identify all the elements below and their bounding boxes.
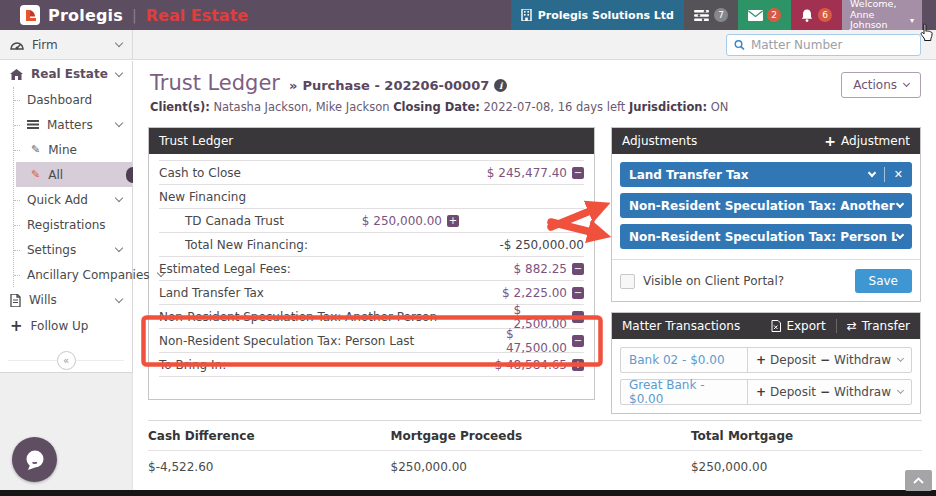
sidebar-collapse-button[interactable]: « — [57, 351, 76, 370]
clients-label: Client(s): — [150, 100, 210, 114]
adjustment-dropdown-nrst-person-last[interactable]: Non-Resident Speculation Tax: Person Las… — [620, 224, 912, 249]
visible-client-portal-checkbox[interactable] — [620, 274, 635, 289]
collapse-minus-icon[interactable]: − — [572, 263, 584, 275]
table-row-nrst-person-last: Non-Resident Speculation Tax: Person Las… — [159, 329, 584, 353]
table-row: Estimated Legal Fees: $ 882.25− — [159, 257, 584, 281]
adjustments-footer: Visible on Client Portal? Save — [620, 260, 912, 293]
sidebar-item-label: Mine — [48, 143, 122, 157]
collapse-minus-icon[interactable]: − — [572, 287, 584, 299]
sidebar-item-label: Registrations — [27, 218, 122, 232]
user-name: Anne Johnson — [850, 10, 907, 32]
adjustments-header: Adjustments + Adjustment — [612, 128, 920, 154]
sidebar-item-matters[interactable]: Matters — [14, 112, 132, 137]
breadcrumb-matter[interactable]: Purchase - 202206-00007 — [302, 78, 489, 93]
sidebar-item-wills[interactable]: Wills — [0, 287, 132, 313]
sidebar-item-all[interactable]: ✎ All — [16, 162, 132, 187]
expand-plus-icon[interactable]: + — [572, 359, 584, 371]
divider — [836, 319, 837, 333]
list-icon — [694, 10, 709, 21]
chat-button[interactable] — [12, 437, 57, 482]
page-title: Trust Ledger — [150, 71, 280, 95]
chevron-down-icon — [868, 168, 876, 176]
search-icon — [734, 39, 745, 51]
account-row-bank-02: Bank 02 - $0.00 + Deposit − Withdraw — [620, 347, 912, 373]
transfer-button[interactable]: ⇄ Transfer — [847, 319, 910, 333]
company-name: Prolegis Solutions Ltd — [538, 9, 674, 22]
account-actions[interactable]: + Deposit − Withdraw — [747, 380, 911, 404]
account-actions[interactable]: + Deposit − Withdraw — [747, 348, 911, 372]
jurisdiction-label: Jurisdiction: — [629, 100, 707, 114]
adjustments-panel: Adjustments + Adjustment Land Transfer T… — [611, 127, 921, 302]
row-amount: -$ 250,000.00 — [500, 238, 585, 252]
actions-button[interactable]: Actions — [841, 72, 921, 98]
collapse-minus-icon[interactable]: − — [572, 311, 584, 323]
company-menu[interactable]: Prolegis Solutions Ltd — [511, 0, 684, 30]
adjustment-dropdown-land-transfer-tax[interactable]: Land Transfer Tax ✕ — [620, 162, 912, 187]
info-icon[interactable]: i — [494, 79, 507, 92]
adjustment-dropdown-nrst-another-person[interactable]: Non-Resident Speculation Tax: Another Pe… — [620, 193, 912, 218]
tasks-menu[interactable]: 7 — [684, 0, 738, 30]
chevron-down-icon — [115, 244, 123, 252]
account-link[interactable]: Bank 02 - $0.00 — [621, 348, 747, 372]
table-row: Land Transfer Tax $ 2,225.00− — [159, 281, 584, 305]
account-link[interactable]: Great Bank - $0.00 — [621, 380, 747, 404]
save-button[interactable]: Save — [855, 269, 912, 293]
sidebar-item-follow-up[interactable]: + Follow Up — [0, 313, 132, 339]
summary-value: $250,000.00 — [391, 451, 691, 483]
chevron-up-icon — [913, 477, 924, 484]
brand-area[interactable]: Prolegis | Real Estate — [0, 0, 248, 30]
panels-row: Trust Ledger Cash to Close $ 245,477.40−… — [134, 127, 936, 414]
brand-separator: | — [132, 7, 137, 23]
sidebar-item-ancillary-companies[interactable]: Ancillary Companies — [14, 262, 132, 287]
sidebar-item-real-estate[interactable]: Real Estate — [0, 61, 132, 87]
search-area — [133, 30, 936, 59]
remove-adjustment-icon[interactable]: ✕ — [894, 168, 903, 181]
matter-transactions-header: Matter Transactions Export ⇄ Transfer — [612, 313, 920, 339]
row-amount: $ 882.25 — [514, 262, 567, 276]
row-amount: $ 47,500.00 — [506, 327, 567, 355]
sidebar-item-label: Dashboard — [27, 93, 122, 107]
table-row: Cash to Close $ 245,477.40− — [159, 161, 584, 185]
notifications-menu[interactable]: 6 — [791, 0, 842, 30]
sidebar-item-settings[interactable]: Settings — [14, 237, 132, 262]
chevron-down-icon — [896, 199, 904, 207]
panel-title: Matter Transactions — [622, 319, 740, 333]
matter-search — [726, 34, 921, 56]
row-label: Cash to Close — [159, 166, 309, 180]
row-label: Estimated Legal Fees: — [159, 262, 309, 276]
collapse-minus-icon[interactable]: − — [572, 167, 584, 179]
sidebar-item-quick-add[interactable]: Quick Add — [14, 187, 132, 212]
topbar-spacer — [248, 0, 511, 30]
sidebar-item-dashboard[interactable]: Dashboard — [14, 87, 132, 112]
summary-table: Cash Difference Mortgage Proceeds Total … — [148, 420, 922, 483]
sidebar-item-mine[interactable]: ✎ Mine — [14, 137, 132, 162]
sidebar-item-label: Ancillary Companies — [27, 268, 150, 282]
plus-icon: + — [824, 133, 836, 149]
scroll-to-top-button[interactable] — [905, 470, 932, 491]
sidebar-collapse-row: « — [0, 345, 132, 375]
closing-date-label: Closing Date: — [393, 100, 480, 114]
collapse-minus-icon[interactable]: − — [572, 335, 584, 347]
messages-menu[interactable]: 2 — [738, 0, 791, 30]
sidebar-item-label: Firm — [32, 38, 108, 52]
search-input[interactable] — [751, 38, 913, 52]
sidebar-item-firm[interactable]: Firm — [0, 30, 133, 59]
adjustments-body: Land Transfer Tax ✕ Non-Resident Specula… — [612, 154, 920, 301]
trust-ledger-body: Cash to Close $ 245,477.40− New Financin… — [149, 154, 594, 399]
active-item-indicator — [126, 167, 133, 183]
row-label: TD Canada Trust — [159, 214, 309, 228]
chevron-down-icon — [897, 355, 904, 362]
panel-title: Trust Ledger — [159, 134, 233, 148]
sidebar-item-registrations[interactable]: Registrations — [14, 212, 132, 237]
withdraw-label: Withdraw — [834, 385, 891, 399]
add-adjustment-button[interactable]: + Adjustment — [824, 133, 910, 149]
user-menu[interactable]: Welcome, Anne Johnson ▾ — [842, 0, 922, 30]
jurisdiction-value: ON — [711, 100, 729, 114]
summary-header: Cash Difference — [148, 421, 391, 451]
deposit-label: Deposit — [770, 353, 816, 367]
expand-plus-icon[interactable]: + — [447, 215, 459, 227]
alerts-count-badge: 6 — [818, 8, 832, 22]
export-button[interactable]: Export — [771, 319, 825, 333]
spacer — [159, 377, 584, 399]
tasks-count-badge: 7 — [714, 8, 728, 22]
